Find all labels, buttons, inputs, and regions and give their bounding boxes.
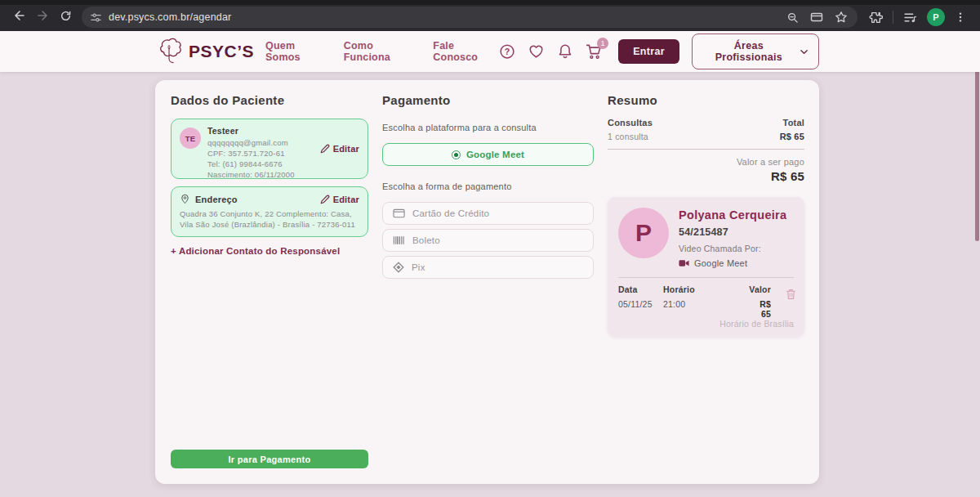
brand-name: PSYC’S	[189, 42, 254, 61]
edit-address-label: Editar	[333, 195, 359, 204]
edit-address-button[interactable]: Editar	[320, 195, 359, 204]
barcode-icon	[393, 235, 405, 245]
go-to-payment-button[interactable]: Ir para Pagamento	[171, 450, 368, 468]
patient-phone: Tel: (61) 99844-6676	[207, 159, 359, 169]
notifications-button[interactable]	[557, 43, 573, 60]
appointment-value: R$ 65	[749, 299, 771, 319]
address-text: Quadra 36 Conjunto K, 22 Complemento: Ca…	[180, 208, 359, 230]
cart-badge: 1	[597, 38, 608, 49]
toolbar-divider	[893, 11, 893, 24]
consultas-label: Consultas	[608, 118, 653, 128]
nav-fale-conosco[interactable]: Fale Conosco	[433, 40, 498, 63]
method-pix-label: Pix	[412, 262, 425, 272]
professional-areas-label: Áreas Profissionais	[703, 40, 795, 63]
method-credit-card[interactable]: Cartão de Crédito	[382, 202, 594, 225]
edit-patient-button[interactable]: Editar	[320, 144, 359, 154]
zoom-search-icon[interactable]	[786, 11, 799, 24]
pencil-icon	[320, 144, 330, 154]
value-label: Valor	[749, 284, 771, 294]
browser-reload-button[interactable]	[54, 4, 77, 27]
pix-icon	[393, 262, 404, 273]
address-card: Endereço Editar Quadra 36 Conjunto K, 22…	[171, 186, 368, 237]
trash-icon	[786, 289, 796, 300]
method-boleto-label: Boleto	[412, 235, 440, 245]
platform-option-google-meet[interactable]: Google Meet	[382, 143, 594, 166]
nav-como-funciona[interactable]: Como Funciona	[344, 40, 420, 63]
brand-logo-icon	[155, 37, 183, 66]
login-button[interactable]: Entrar	[618, 39, 679, 64]
svg-text:?: ?	[505, 47, 510, 56]
brand-logo[interactable]: PSYC’S	[155, 37, 254, 66]
media-panel-icon[interactable]	[903, 11, 917, 25]
summary-section-title: Resumo	[608, 93, 804, 107]
to-pay-label: Valor a ser pago	[608, 157, 804, 167]
method-choice-label: Escolha a forma de pagamento	[382, 181, 594, 191]
payment-card-icon[interactable]	[810, 11, 823, 24]
radio-selected-icon	[452, 150, 461, 159]
help-icon: ?	[499, 43, 515, 60]
back-icon	[13, 9, 26, 22]
platform-choice-label: Escolha a plataforma para a consulta	[382, 123, 594, 132]
forward-icon	[36, 9, 49, 22]
video-camera-icon	[679, 259, 689, 267]
professional-avatar: P	[618, 208, 669, 258]
browser-toolbar: dev.psycs.com.br/agendar P	[0, 0, 980, 31]
video-platform-label: Google Meet	[694, 258, 747, 268]
chevron-down-icon	[800, 49, 808, 55]
add-guardian-contact-link[interactable]: + Adicionar Contato do Responsável	[171, 246, 368, 256]
platform-option-label: Google Meet	[466, 150, 524, 159]
date-value: 05/11/25	[618, 299, 663, 319]
summary-section: Resumo Consultas Total 1 consulta R$ 65 …	[608, 80, 804, 337]
address-title: Endereço	[195, 195, 238, 204]
heart-icon	[528, 43, 545, 60]
page-content: Dados do Paciente TE Testeer qqqqqqqq@gm…	[0, 72, 980, 497]
patient-section: Dados do Paciente TE Testeer qqqqqqqq@gm…	[171, 80, 368, 256]
extensions-puzzle-icon[interactable]	[869, 11, 883, 25]
method-pix[interactable]: Pix	[382, 256, 594, 279]
timezone-note: Horário de Brasília	[719, 319, 794, 329]
patient-name: Testeer	[207, 126, 359, 136]
remove-appointment-button[interactable]	[786, 289, 796, 303]
credit-card-icon	[393, 208, 405, 218]
reload-icon	[60, 10, 72, 22]
edit-patient-label: Editar	[333, 144, 359, 154]
professional-areas-button[interactable]: Áreas Profissionais	[692, 34, 819, 69]
patient-card: TE Testeer qqqqqqqq@gmail.com CPF: 357.5…	[171, 119, 368, 179]
location-pin-icon	[180, 194, 190, 204]
browser-profile-avatar[interactable]: P	[927, 8, 945, 26]
nav-quem-somos[interactable]: Quem Somos	[265, 40, 330, 63]
main-nav: Quem Somos Como Funciona Fale Conosco	[265, 40, 499, 63]
browser-menu-kebab-icon[interactable]	[955, 11, 966, 24]
appointment-divider	[618, 277, 794, 278]
pencil-icon	[320, 195, 330, 204]
browser-back-button[interactable]	[8, 4, 31, 27]
url-bar[interactable]: dev.psycs.com.br/agendar	[82, 7, 858, 28]
payment-section: Pagamento Escolha a plataforma para a co…	[382, 80, 594, 279]
browser-forward-button[interactable]	[31, 4, 54, 27]
page-scrollbar-thumb[interactable]	[975, 69, 979, 241]
favorites-button[interactable]	[528, 43, 545, 60]
date-label: Data	[618, 284, 663, 294]
method-boleto[interactable]: Boleto	[382, 229, 594, 252]
help-button[interactable]: ?	[499, 43, 515, 60]
patient-birth: Nascimento: 06/11/2000	[207, 169, 359, 180]
consulta-count: 1 consulta	[608, 132, 648, 141]
professional-name: Polyana Cerqueira	[679, 208, 786, 222]
time-label: Horário	[663, 284, 749, 294]
patient-avatar: TE	[180, 128, 201, 149]
payment-section-title: Pagamento	[382, 93, 594, 107]
summary-divider	[608, 149, 804, 150]
professional-registration: 54/215487	[679, 226, 786, 238]
patient-section-title: Dados do Paciente	[171, 93, 368, 107]
method-credit-card-label: Cartão de Crédito	[412, 208, 489, 218]
bell-icon	[557, 43, 573, 60]
total-value: R$ 65	[780, 132, 804, 141]
to-pay-value: R$ 65	[608, 169, 804, 183]
bookmark-star-icon[interactable]	[835, 11, 848, 24]
site-settings-icon[interactable]	[90, 11, 102, 24]
cart-button[interactable]: 1	[586, 43, 603, 60]
url-text[interactable]: dev.psycs.com.br/agendar	[109, 11, 786, 23]
total-label: Total	[783, 118, 804, 128]
appointment-card: P Polyana Cerqueira 54/215487 Video Cham…	[608, 197, 804, 337]
time-value: 21:00	[663, 299, 749, 319]
